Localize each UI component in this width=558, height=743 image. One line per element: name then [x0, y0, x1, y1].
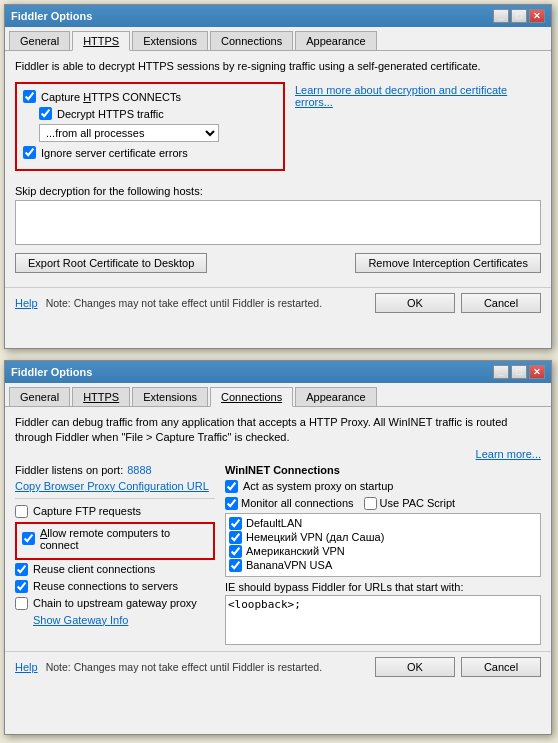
cancel-btn1[interactable]: Cancel: [461, 293, 541, 313]
capture-ftp-row: Capture FTP requests: [15, 505, 215, 518]
remove-cert-btn[interactable]: Remove Interception Certificates: [355, 253, 541, 273]
reuse-client-row: Reuse client connections: [15, 563, 215, 576]
minimize-btn2[interactable]: _: [493, 365, 509, 379]
bottom-bar1: Help Note: Changes may not take effect u…: [5, 287, 551, 318]
tabs-bar1: General HTTPS Extensions Connections App…: [5, 27, 551, 51]
copy-proxy-link[interactable]: Copy Browser Proxy Configuration URL: [15, 480, 215, 492]
port-label: Fiddler listens on port:: [15, 464, 123, 476]
wininet-item-3: BananaVPN USA: [229, 559, 537, 572]
chain-gateway-checkbox[interactable]: [15, 597, 28, 610]
reuse-servers-row: Reuse connections to servers: [15, 580, 215, 593]
note2: Note: Changes may not take effect until …: [46, 661, 367, 673]
titlebar1: Fiddler Options _ □ ✕: [5, 5, 551, 27]
maximize-btn2[interactable]: □: [511, 365, 527, 379]
allow-remote-label: Allow remote computers to connect: [40, 527, 208, 551]
monitor-all-checkbox[interactable]: [225, 497, 238, 510]
tab-connections2[interactable]: Connections: [210, 387, 293, 407]
wininet-checkbox-2[interactable]: [229, 545, 242, 558]
tab-general2[interactable]: General: [9, 387, 70, 406]
monitor-pac-row: Monitor all connections Use PAC Script: [225, 497, 541, 510]
reuse-client-checkbox[interactable]: [15, 563, 28, 576]
bypass-label: IE should bypass Fiddler for URLs that s…: [225, 581, 541, 593]
decrypt-traffic-row: Decrypt HTTPS traffic: [39, 107, 277, 120]
wininet-item-2: Американский VPN: [229, 545, 537, 558]
bottom-bar2: Help Note: Changes may not take effect u…: [5, 651, 551, 682]
ok-btn2[interactable]: OK: [375, 657, 455, 677]
ignore-cert-row: Ignore server certificate errors: [23, 146, 277, 159]
bypass-textarea[interactable]: [225, 595, 541, 645]
close-btn1[interactable]: ✕: [529, 9, 545, 23]
ignore-cert-label: Ignore server certificate errors: [41, 147, 188, 159]
cert-buttons-row: Export Root Certificate to Desktop Remov…: [15, 253, 541, 273]
note1: Note: Changes may not take effect until …: [46, 297, 367, 309]
export-cert-btn[interactable]: Export Root Certificate to Desktop: [15, 253, 207, 273]
tab-connections1[interactable]: Connections: [210, 31, 293, 50]
learn-more-link2[interactable]: Learn more...: [476, 448, 541, 460]
wininet-title: WinINET Connections: [225, 464, 541, 476]
skip-label: Skip decryption for the following hosts:: [15, 185, 541, 197]
chain-gateway-row: Chain to upstream gateway proxy: [15, 597, 215, 610]
window2: Fiddler Options _ □ ✕ General HTTPS Exte…: [4, 360, 552, 735]
monitor-all-label: Monitor all connections: [241, 497, 354, 509]
wininet-label-0: DefaultLAN: [246, 517, 302, 529]
wininet-checkbox-3[interactable]: [229, 559, 242, 572]
tab-appearance1[interactable]: Appearance: [295, 31, 376, 50]
wininet-label-3: BananaVPN USA: [246, 559, 332, 571]
tab-https1[interactable]: HTTPS: [72, 31, 130, 51]
capture-ftp-checkbox[interactable]: [15, 505, 28, 518]
maximize-btn1[interactable]: □: [511, 9, 527, 23]
wininet-checkbox-1[interactable]: [229, 531, 242, 544]
act-system-proxy-checkbox[interactable]: [225, 480, 238, 493]
https-settings-box: Capture HTTPS CONNECTs Decrypt HTTPS tra…: [15, 82, 285, 171]
main-columns: Fiddler listens on port: 8888 Copy Brows…: [15, 464, 541, 647]
process-dropdown-row: ...from all processes ...from browsers o…: [39, 124, 277, 142]
window2-title: Fiddler Options: [11, 366, 92, 378]
left-col: Fiddler listens on port: 8888 Copy Brows…: [15, 464, 215, 647]
window1-title: Fiddler Options: [11, 10, 92, 22]
ignore-cert-checkbox[interactable]: [23, 146, 36, 159]
help-link1[interactable]: Help: [15, 297, 38, 309]
wininet-item-0: DefaultLAN: [229, 517, 537, 530]
titlebar-buttons2: _ □ ✕: [493, 365, 545, 379]
right-col: WinINET Connections Act as system proxy …: [225, 464, 541, 647]
allow-remote-checkbox[interactable]: [22, 532, 35, 545]
wininet-checkbox-0[interactable]: [229, 517, 242, 530]
wininet-label-2: Американский VPN: [246, 545, 345, 557]
ok-btn1[interactable]: OK: [375, 293, 455, 313]
tab-general1[interactable]: General: [9, 31, 70, 50]
learn-more-link1[interactable]: Learn more about decryption and certific…: [295, 84, 507, 108]
bottom-btns1: OK Cancel: [375, 293, 541, 313]
description1: Fiddler is able to decrypt HTTPS session…: [15, 59, 541, 74]
tab-appearance2[interactable]: Appearance: [295, 387, 376, 406]
wininet-list: DefaultLAN Немецкий VPN (дал Саша) Амери…: [225, 513, 541, 577]
description2: Fiddler can debug traffic from any appli…: [15, 415, 541, 446]
capture-https-checkbox[interactable]: [23, 90, 36, 103]
reuse-servers-label: Reuse connections to servers: [33, 580, 178, 592]
show-gateway-link[interactable]: Show Gateway Info: [33, 614, 215, 626]
bottom-btns2: OK Cancel: [375, 657, 541, 677]
reuse-servers-checkbox[interactable]: [15, 580, 28, 593]
use-pac-checkbox[interactable]: [364, 497, 377, 510]
act-system-proxy-label: Act as system proxy on startup: [243, 480, 393, 492]
content2: Fiddler can debug traffic from any appli…: [5, 407, 551, 651]
titlebar2: Fiddler Options _ □ ✕: [5, 361, 551, 383]
wininet-item-1: Немецкий VPN (дал Саша): [229, 531, 537, 544]
decrypt-traffic-checkbox[interactable]: [39, 107, 52, 120]
process-dropdown[interactable]: ...from all processes ...from browsers o…: [39, 124, 219, 142]
tab-extensions2[interactable]: Extensions: [132, 387, 208, 406]
help-link2[interactable]: Help: [15, 661, 38, 673]
wininet-label-1: Немецкий VPN (дал Саша): [246, 531, 384, 543]
titlebar-buttons1: _ □ ✕: [493, 9, 545, 23]
decrypt-traffic-label: Decrypt HTTPS traffic: [57, 108, 164, 120]
content1: Fiddler is able to decrypt HTTPS session…: [5, 51, 551, 287]
window1: Fiddler Options _ □ ✕ General HTTPS Exte…: [4, 4, 552, 349]
port-value: 8888: [127, 464, 151, 476]
minimize-btn1[interactable]: _: [493, 9, 509, 23]
tab-extensions1[interactable]: Extensions: [132, 31, 208, 50]
close-btn2[interactable]: ✕: [529, 365, 545, 379]
chain-gateway-label: Chain to upstream gateway proxy: [33, 597, 197, 609]
skip-hosts-textarea[interactable]: [15, 200, 541, 245]
cancel-btn2[interactable]: Cancel: [461, 657, 541, 677]
tab-https2[interactable]: HTTPS: [72, 387, 130, 406]
reuse-client-label: Reuse client connections: [33, 563, 155, 575]
